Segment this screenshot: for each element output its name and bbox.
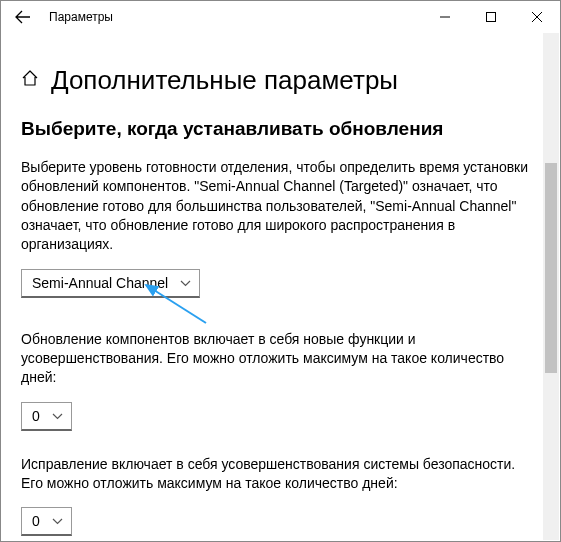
channel-dropdown[interactable]: Semi-Annual Channel <box>21 269 200 298</box>
home-icon <box>21 69 39 92</box>
minimize-button[interactable] <box>422 1 468 33</box>
scrollbar-thumb[interactable] <box>545 163 557 373</box>
chevron-down-icon <box>180 277 191 289</box>
minimize-icon <box>440 12 450 22</box>
page-title: Дополнительные параметры <box>51 65 398 96</box>
close-button[interactable] <box>514 1 560 33</box>
content-area: Дополнительные параметры Выберите, когда… <box>1 33 560 541</box>
titlebar: Параметры <box>1 1 560 33</box>
chevron-down-icon <box>52 410 63 422</box>
back-arrow-icon <box>15 9 31 25</box>
window-controls <box>422 1 560 33</box>
svg-rect-0 <box>487 13 496 22</box>
feature-update-days-value: 0 <box>32 408 40 424</box>
quality-update-days-dropdown[interactable]: 0 <box>21 507 72 536</box>
chevron-down-icon <box>52 515 63 527</box>
maximize-button[interactable] <box>468 1 514 33</box>
scrollbar-track[interactable] <box>543 33 559 540</box>
feature-update-days-dropdown[interactable]: 0 <box>21 402 72 431</box>
close-icon <box>532 12 542 22</box>
section-heading: Выберите, когда устанавливать обновления <box>21 118 540 140</box>
channel-dropdown-value: Semi-Annual Channel <box>32 275 168 291</box>
channel-description: Выберите уровень готовности отделения, ч… <box>21 158 540 255</box>
quality-update-description: Исправление включает в себя усовершенств… <box>21 455 540 494</box>
maximize-icon <box>486 12 496 22</box>
feature-update-description: Обновление компонентов включает в себя н… <box>21 330 540 388</box>
window-title: Параметры <box>49 10 422 24</box>
back-button[interactable] <box>7 1 39 33</box>
page-header: Дополнительные параметры <box>21 65 540 96</box>
quality-update-days-value: 0 <box>32 513 40 529</box>
